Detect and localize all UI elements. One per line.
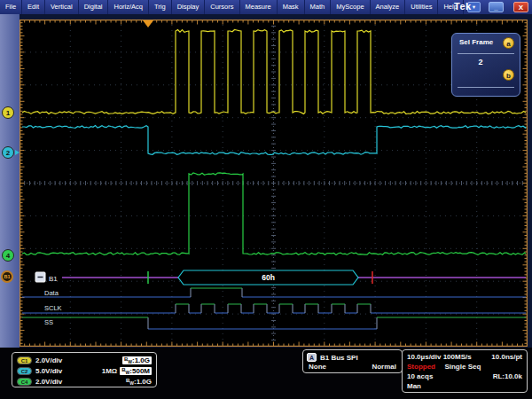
c2-scale: 5.0V/div — [35, 367, 82, 375]
c2-bandwidth: BW:500M — [120, 367, 152, 375]
oscilloscope-screen: File Edit Vertical Digital Horiz/Acq Tri… — [0, 0, 532, 399]
svg-text:B1: B1 — [49, 275, 58, 283]
channel-2-badge[interactable]: 2 — [2, 146, 14, 159]
minimize-button[interactable]: _ — [489, 2, 504, 12]
sel-frame-title: Sel Frame — [459, 38, 493, 46]
menu-item-math[interactable]: Math — [305, 0, 332, 14]
svg-text:60h: 60h — [262, 273, 275, 282]
channel-2-readout[interactable]: C2 5.0V/div 1MΩBW:500M — [17, 365, 152, 376]
acquisition-status: Stopped — [407, 363, 444, 371]
channel-1-badge[interactable]: 1 — [2, 106, 14, 119]
channel-4-badge[interactable]: 4 — [2, 249, 14, 262]
knob-a-icon[interactable]: a — [503, 37, 514, 49]
trigger-man: Man — [407, 382, 421, 390]
divider — [458, 53, 514, 54]
c4-scale: 2.0V/div — [35, 378, 82, 386]
trigger-a-icon: A — [307, 353, 317, 362]
c1-badge: C1 — [17, 356, 32, 364]
bus-title: B1 Bus SPI — [320, 354, 358, 362]
menu-bar: File Edit Vertical Digital Horiz/Acq Tri… — [0, 0, 532, 14]
svg-text:SCLK: SCLK — [44, 304, 62, 312]
close-button[interactable]: X — [513, 2, 528, 12]
svg-text:SS: SS — [44, 318, 53, 326]
c2-impedance: 1MΩ — [102, 367, 118, 375]
bus-mode: Normal — [372, 363, 396, 371]
menu-item-analyze[interactable]: Analyze — [371, 0, 406, 14]
tek-logo: Tek — [454, 1, 472, 12]
vertical-readout-panel[interactable]: C1 2.0V/div BW:1.0G C2 5.0V/div 1MΩBW:50… — [12, 352, 157, 387]
sample-rate: 100MS/s — [443, 353, 472, 361]
menu-item-cursors[interactable]: Cursors — [205, 0, 239, 14]
bus-readout-panel[interactable]: A B1 Bus SPI None Normal — [302, 349, 403, 373]
left-bar — [0, 14, 20, 348]
horiz-scale: 10.0µs/div — [407, 353, 441, 361]
menu-item-digital[interactable]: Digital — [79, 0, 109, 14]
channel-1-readout[interactable]: C1 2.0V/div BW:1.0G — [17, 355, 152, 365]
menu-item-utilities[interactable]: Utilities — [405, 0, 438, 14]
sample-resolution: 10.0ns/pt — [491, 353, 522, 361]
knob-b-icon[interactable]: b — [503, 69, 514, 81]
menu-item-vertical[interactable]: Vertical — [45, 0, 79, 14]
c4-bandwidth: BW:1.0G — [126, 378, 152, 386]
svg-text:Data: Data — [44, 289, 59, 297]
channel-4-readout[interactable]: C4 2.0V/div BW:1.0G — [17, 376, 152, 387]
horizontal-readout-panel[interactable]: 10.0µs/div 100MS/s 10.0ns/pt Stopped Sin… — [402, 349, 528, 393]
divider — [458, 87, 514, 88]
acquisition-mode: Single Seq — [444, 363, 481, 371]
c2-badge: C2 — [17, 367, 32, 375]
c4-badge: C4 — [17, 378, 32, 386]
acquisition-count: 10 acqs — [407, 372, 433, 380]
menu-item-display[interactable]: Display — [172, 0, 206, 14]
bus-b1-badge[interactable]: B1 — [1, 270, 13, 283]
c1-scale: 2.0V/div — [35, 356, 82, 364]
menu-item-myscope[interactable]: MyScope — [331, 0, 370, 14]
channel-2-marker-icon — [15, 150, 20, 155]
record-length: RL:10.0k — [493, 372, 522, 380]
menu-item-edit[interactable]: Edit — [22, 0, 45, 14]
menu-item-trig[interactable]: Trig — [149, 0, 172, 14]
menu-item-file[interactable]: File — [0, 0, 22, 14]
menu-item-mask[interactable]: Mask — [278, 0, 305, 14]
bus-holdoff: None — [309, 363, 326, 371]
menu-item-measure[interactable]: Measure — [240, 0, 278, 14]
menu-item-horiz-acq[interactable]: Horiz/Acq — [108, 0, 149, 14]
c1-bandwidth: BW:1.0G — [122, 356, 152, 364]
sel-frame-panel: Sel Frame a 2 b — [451, 33, 520, 97]
sel-frame-value[interactable]: 2 — [452, 58, 509, 66]
